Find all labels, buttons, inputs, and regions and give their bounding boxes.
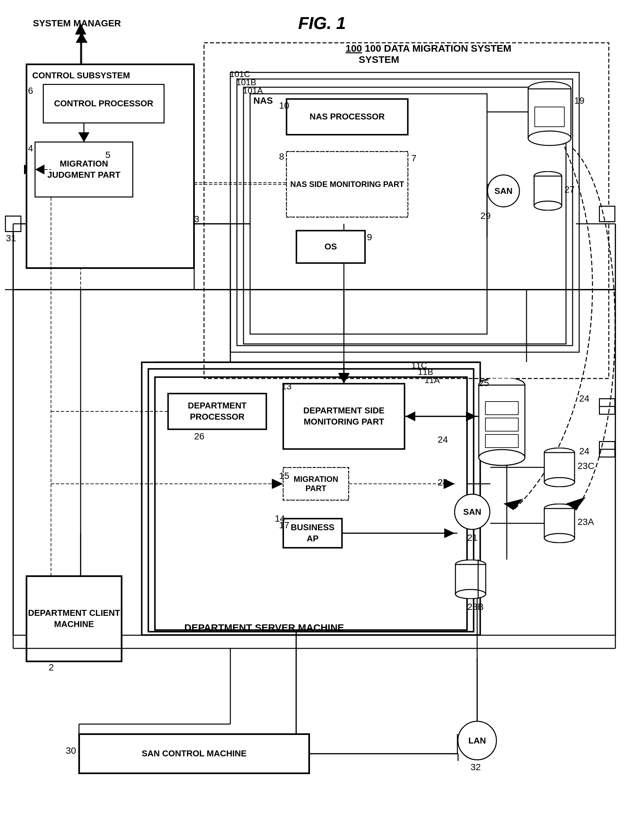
migration-judgment-label: MIGRATION JUDGMENT PART	[36, 158, 132, 181]
n13-label: 13	[281, 381, 292, 392]
n23c-label: 23C	[577, 461, 594, 471]
svg-rect-84	[485, 434, 518, 447]
svg-marker-39	[504, 499, 523, 510]
data-migration-text: 100 DATA MIGRATION SYSTEM	[365, 43, 511, 54]
diagram: FIG. 1	[0, 0, 644, 836]
dept-processor-box: DEPARTMENT PROCESSOR	[168, 394, 267, 429]
nas-processor-label: NAS PROCESSOR	[310, 111, 385, 122]
dept-processor-label: DEPARTMENT PROCESSOR	[169, 400, 266, 423]
n100-label: 100	[346, 43, 362, 54]
svg-rect-82	[485, 402, 518, 415]
cylinder-27	[533, 171, 563, 211]
san-control-label: SAN CONTROL MACHINE	[142, 748, 247, 759]
n25-label: 25	[479, 378, 489, 389]
nas-label: NAS	[253, 95, 273, 106]
business-ap-label: BUSINESS AP	[284, 522, 341, 544]
svg-point-90	[544, 534, 575, 543]
san-circle-29: SAN	[487, 175, 520, 207]
n10-label: 10	[279, 100, 289, 111]
san-control-box: SAN CONTROL MACHINE	[79, 734, 309, 774]
migration-part-label: MIGRATION PART	[284, 475, 348, 493]
system-text: SYSTEM	[346, 54, 399, 65]
fig-title: FIG. 1	[298, 13, 346, 33]
n14-label: 14	[275, 513, 285, 524]
n4-label: 4	[28, 143, 33, 154]
square-24-right-top	[599, 398, 615, 415]
migration-part-box: MIGRATION PART	[283, 467, 349, 500]
n26-label: 26	[194, 431, 204, 442]
n5-label: 5	[105, 150, 111, 160]
n24-mid-label: 24	[438, 434, 448, 445]
square-24-top	[599, 206, 615, 222]
business-ap-box: BUSINESS AP	[283, 518, 342, 548]
cylinder-25	[477, 379, 527, 471]
n2-label: 2	[49, 662, 54, 673]
n27-label: 27	[564, 185, 575, 195]
dept-client-label: DEPARTMENT CLIENT MACHINE	[27, 607, 121, 630]
n19-label: 19	[574, 95, 584, 106]
dept-client-box: DEPARTMENT CLIENT MACHINE	[26, 576, 122, 661]
svg-point-81	[479, 450, 525, 465]
square-31	[5, 216, 21, 232]
n21-label: 21	[467, 532, 478, 543]
nas-monitoring-label: NAS SIDE MONITORING PART	[290, 179, 404, 189]
san-dept-label: SAN	[463, 507, 481, 517]
lan-label: LAN	[468, 736, 486, 746]
n23a-label: 23A	[577, 517, 594, 527]
square-24-right-mid	[599, 441, 615, 457]
san-circle-dept: SAN	[454, 494, 490, 530]
cylinder-19	[527, 81, 572, 147]
data-migration-system-label: 100 100 DATA MIGRATION SYSTEM SYSTEM	[346, 43, 511, 65]
n23b-label: 23B	[467, 602, 484, 612]
svg-point-87	[544, 478, 575, 487]
n30-label: 30	[66, 746, 76, 756]
nas-monitoring-box: NAS SIDE MONITORING PART	[286, 152, 408, 217]
control-subsystem-label: CONTROL SUBSYSTEM	[31, 69, 132, 83]
n7-label: 7	[411, 153, 417, 163]
svg-rect-75	[535, 107, 564, 127]
dept-server-label: DEPARTMENT SERVER MACHINE	[184, 622, 344, 633]
n8-label: 8	[279, 152, 284, 162]
n6-label: 6	[28, 86, 33, 96]
cylinder-23a	[543, 504, 576, 543]
n32-label: 32	[471, 762, 481, 772]
svg-rect-83	[485, 418, 518, 431]
n29-label: 29	[481, 211, 491, 221]
n31-label: 31	[6, 233, 16, 243]
lan-circle: LAN	[457, 721, 497, 760]
os-box: OS	[296, 230, 365, 263]
san-label: SAN	[495, 186, 513, 196]
n9-label: 9	[367, 232, 372, 243]
dept-monitoring-box: DEPARTMENT SIDE MONITORING PART	[283, 384, 405, 449]
svg-point-93	[455, 589, 486, 599]
n3-label: 3	[194, 214, 199, 224]
control-processor-box: CONTROL PROCESSOR	[43, 84, 165, 123]
os-label: OS	[324, 241, 337, 252]
cylinder-23b	[454, 560, 487, 599]
n101a-label: 101A	[243, 86, 263, 96]
nas-processor-box: NAS PROCESSOR	[286, 99, 408, 135]
cylinder-23c	[543, 447, 576, 487]
svg-point-78	[534, 201, 562, 210]
svg-marker-95	[76, 32, 88, 43]
n24-right-mid-label: 24	[579, 446, 589, 457]
n15-label: 15	[279, 471, 289, 481]
n11a-label: 11A	[424, 375, 440, 385]
svg-point-74	[528, 131, 571, 145]
system-manager-label: SYSTEM MANAGER	[33, 18, 121, 29]
control-processor-label: CONTROL PROCESSOR	[54, 98, 153, 109]
n24-lower-label: 24	[438, 477, 448, 488]
dept-monitoring-label: DEPARTMENT SIDE MONITORING PART	[284, 405, 404, 428]
migration-judgment-box: MIGRATION JUDGMENT PART	[34, 142, 133, 198]
n24-right-top-label: 24	[579, 394, 589, 404]
